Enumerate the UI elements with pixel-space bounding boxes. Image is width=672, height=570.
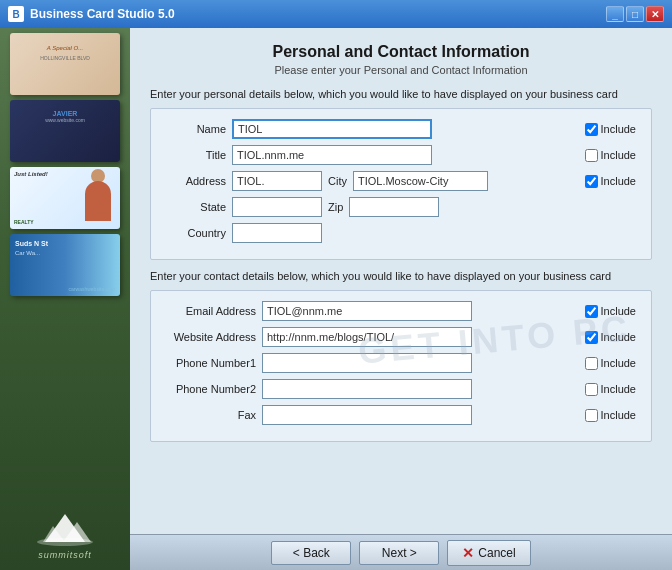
phone1-include-label: Include bbox=[601, 357, 636, 369]
phone2-label: Phone Number2 bbox=[166, 383, 256, 395]
website-include-checkbox[interactable] bbox=[585, 331, 598, 344]
next-button[interactable]: Next > bbox=[359, 541, 439, 565]
title-include: Include bbox=[585, 149, 636, 162]
phone1-input[interactable] bbox=[262, 353, 472, 373]
svg-point-3 bbox=[37, 538, 93, 546]
cancel-label: Cancel bbox=[478, 546, 515, 560]
card4-suds: Suds N St bbox=[15, 240, 48, 247]
content-wrapper: Personal and Contact Information Please … bbox=[130, 28, 672, 570]
phone1-include-checkbox[interactable] bbox=[585, 357, 598, 370]
phone2-input[interactable] bbox=[262, 379, 472, 399]
title-label: Title bbox=[166, 149, 226, 161]
cancel-button[interactable]: ✕ Cancel bbox=[447, 540, 530, 566]
name-row: Name Include bbox=[166, 119, 636, 139]
email-include-label: Include bbox=[601, 305, 636, 317]
title-bar-title: Business Card Studio 5.0 bbox=[30, 7, 175, 21]
country-label: Country bbox=[166, 227, 226, 239]
card1-text: A Special O... bbox=[10, 41, 120, 55]
main-window: A Special O... HOLLINGVILLE BLVD JAVIER … bbox=[0, 28, 672, 570]
card-preview-2: JAVIER www.website.com bbox=[10, 100, 120, 162]
name-include-checkbox[interactable] bbox=[585, 123, 598, 136]
title-include-checkbox[interactable] bbox=[585, 149, 598, 162]
address-label: Address bbox=[166, 175, 226, 187]
state-input[interactable] bbox=[232, 197, 322, 217]
card-preview-1: A Special O... HOLLINGVILLE BLVD bbox=[10, 33, 120, 95]
summit-logo: summitsoft bbox=[35, 512, 95, 560]
fax-include-label: Include bbox=[601, 409, 636, 421]
fax-input[interactable] bbox=[262, 405, 472, 425]
state-label: State bbox=[166, 201, 226, 213]
card3-realty: REALTY bbox=[14, 219, 34, 225]
page-subtitle: Please enter your Personal and Contact I… bbox=[150, 64, 652, 76]
name-label: Name bbox=[166, 123, 226, 135]
summit-label: summitsoft bbox=[35, 550, 95, 560]
card3-person bbox=[84, 169, 112, 227]
name-include-label: Include bbox=[601, 123, 636, 135]
phone2-include-label: Include bbox=[601, 383, 636, 395]
cancel-x-icon: ✕ bbox=[462, 545, 474, 561]
name-include: Include bbox=[585, 123, 636, 136]
name-input[interactable] bbox=[232, 119, 432, 139]
phone2-include: Include bbox=[585, 383, 636, 396]
state-zip-row: State Zip bbox=[166, 197, 636, 217]
card3-text: Just Listed! bbox=[14, 171, 48, 177]
minimize-button[interactable]: _ bbox=[606, 6, 624, 22]
card1-subtext: HOLLINGVILLE BLVD bbox=[10, 55, 120, 61]
zip-input[interactable] bbox=[349, 197, 439, 217]
card-preview-3: Just Listed! REALTY bbox=[10, 167, 120, 229]
title-bar: B Business Card Studio 5.0 _ □ ✕ bbox=[0, 0, 672, 28]
email-row: Email Address Include bbox=[166, 301, 636, 321]
website-input[interactable] bbox=[262, 327, 472, 347]
address-input[interactable] bbox=[232, 171, 322, 191]
email-include-checkbox[interactable] bbox=[585, 305, 598, 318]
close-button[interactable]: ✕ bbox=[646, 6, 664, 22]
fax-label: Fax bbox=[166, 409, 256, 421]
city-label: City bbox=[328, 175, 347, 187]
phone1-label: Phone Number1 bbox=[166, 357, 256, 369]
country-input[interactable] bbox=[232, 223, 322, 243]
bottom-bar: < Back Next > ✕ Cancel bbox=[130, 534, 672, 570]
website-label: Website Address bbox=[166, 331, 256, 343]
content-area: Personal and Contact Information Please … bbox=[130, 28, 672, 534]
card2-name: JAVIER bbox=[14, 110, 116, 117]
title-bar-left: B Business Card Studio 5.0 bbox=[8, 6, 175, 22]
fax-row: Fax Include bbox=[166, 405, 636, 425]
card-previews: A Special O... HOLLINGVILLE BLVD JAVIER … bbox=[0, 28, 130, 512]
city-input[interactable] bbox=[353, 171, 488, 191]
phone2-include-checkbox[interactable] bbox=[585, 383, 598, 396]
title-include-label: Include bbox=[601, 149, 636, 161]
email-label: Email Address bbox=[166, 305, 256, 317]
back-button[interactable]: < Back bbox=[271, 541, 351, 565]
country-row: Country bbox=[166, 223, 636, 243]
address-include-label: Include bbox=[601, 175, 636, 187]
address-include-checkbox[interactable] bbox=[585, 175, 598, 188]
page-title: Personal and Contact Information bbox=[150, 43, 652, 61]
title-bar-controls: _ □ ✕ bbox=[606, 6, 664, 22]
email-include: Include bbox=[585, 305, 636, 318]
fax-include-checkbox[interactable] bbox=[585, 409, 598, 422]
fax-include: Include bbox=[585, 409, 636, 422]
phone1-row: Phone Number1 Include bbox=[166, 353, 636, 373]
app-icon: B bbox=[8, 6, 24, 22]
contact-section-label: Enter your contact details below, which … bbox=[150, 270, 652, 282]
card2-detail: www.website.com bbox=[14, 117, 116, 123]
website-include-label: Include bbox=[601, 331, 636, 343]
address-include: Include bbox=[585, 175, 636, 188]
maximize-button[interactable]: □ bbox=[626, 6, 644, 22]
phone2-row: Phone Number2 Include bbox=[166, 379, 636, 399]
card4-url: carwashwebsite.com bbox=[69, 286, 115, 292]
personal-form-section: Name Include Title Include bbox=[150, 108, 652, 260]
title-row: Title Include bbox=[166, 145, 636, 165]
address-row: Address City Include bbox=[166, 171, 636, 191]
contact-form-section: Email Address Include Website Address In… bbox=[150, 290, 652, 442]
zip-label: Zip bbox=[328, 201, 343, 213]
website-include: Include bbox=[585, 331, 636, 344]
card-preview-4: Suds N St Car Wa... carwashwebsite.com bbox=[10, 234, 120, 296]
phone1-include: Include bbox=[585, 357, 636, 370]
left-panel: A Special O... HOLLINGVILLE BLVD JAVIER … bbox=[0, 28, 130, 570]
email-input[interactable] bbox=[262, 301, 472, 321]
summit-mountain-icon bbox=[35, 512, 95, 547]
card4-carwash: Car Wa... bbox=[15, 250, 40, 256]
title-input[interactable] bbox=[232, 145, 432, 165]
personal-section-label: Enter your personal details below, which… bbox=[150, 88, 652, 100]
